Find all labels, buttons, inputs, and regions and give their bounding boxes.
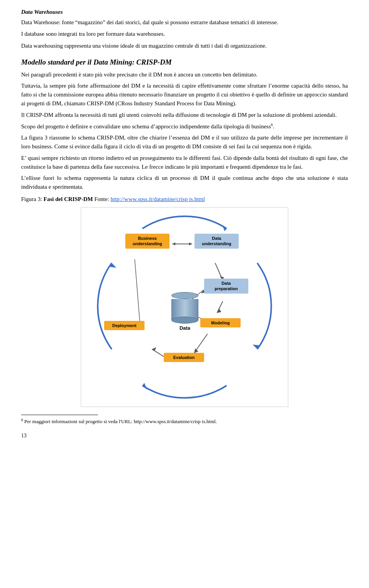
- para4-end: .: [273, 123, 274, 130]
- body-para-3: Il CRISP-DM affronta la necessità di tut…: [21, 111, 348, 120]
- intro-para-3: Data warehousing rappresenta una visione…: [21, 42, 348, 50]
- svg-marker-7: [172, 243, 175, 246]
- footnote-content: Per maggiori informazioni sul progetto s…: [23, 419, 217, 424]
- box-evaluation: Evaluation: [164, 353, 204, 362]
- body-para-5: La figura 3 riassume lo schema CRISP-DM,…: [21, 133, 348, 151]
- section-heading: Modello standard per il Data Mining: CRI…: [21, 57, 348, 68]
- svg-line-16: [135, 259, 141, 330]
- svg-marker-13: [194, 349, 198, 353]
- footnote-text: 6 Per maggiori informazioni sul progetto…: [21, 417, 348, 425]
- body-para-4: Scopo del progetto è definire e convalid…: [21, 122, 348, 131]
- figure-caption-link2: is.html: [188, 196, 205, 202]
- page-number: 13: [21, 432, 348, 440]
- figure-caption-prefix: Figura 3:: [21, 196, 43, 202]
- figure-caption-link1: http://www.spss.it/datamine/crisp: [111, 196, 188, 202]
- intro-para-2: I database sono integrati tra loro per f…: [21, 30, 348, 38]
- box-data-preparation: Datapreparation: [204, 279, 248, 294]
- figure-caption-bold: Fasi del CRISP-DM: [43, 196, 93, 202]
- box-business: Businessunderstanding: [125, 234, 170, 249]
- cylinder-bottom-ellipse: [171, 317, 198, 324]
- box-data-understanding: Dataunderstanding: [194, 234, 239, 249]
- body-para-7: L’ellisse fuori lo schema rappresenta la…: [21, 174, 348, 192]
- body-para-2: Tuttavia, la sempre più forte affermazio…: [21, 81, 348, 108]
- footnote-line: [21, 415, 98, 415]
- svg-marker-6: [189, 243, 192, 246]
- body-para-1: Nei paragrafi precedenti è stato più vol…: [21, 70, 348, 79]
- intro-para-1: Data Warehouse: fonte “magazzino” dei da…: [21, 18, 348, 27]
- crisp-diagram: Businessunderstanding Dataunderstanding …: [81, 207, 288, 407]
- body-para-6: E’ quasi sempre richiesto un ritorno ind…: [21, 154, 348, 172]
- figure-container: Businessunderstanding Dataunderstanding …: [21, 207, 348, 407]
- para4-text: Scopo del progetto è definire e convalid…: [21, 123, 271, 130]
- cylinder-label: Data: [171, 324, 198, 332]
- data-cylinder: Data: [171, 292, 198, 332]
- box-modeling: Modeling: [200, 318, 241, 327]
- page-title: Data Warehouses: [21, 8, 348, 17]
- cylinder-top: [171, 292, 198, 299]
- figure-caption-fonte: Fonte:: [93, 196, 111, 202]
- svg-marker-11: [217, 308, 221, 313]
- figure-caption: Figura 3: Fasi del CRISP-DM Fonte: http:…: [21, 195, 348, 204]
- svg-marker-15: [152, 347, 156, 351]
- box-deployment: Deployment: [104, 321, 145, 330]
